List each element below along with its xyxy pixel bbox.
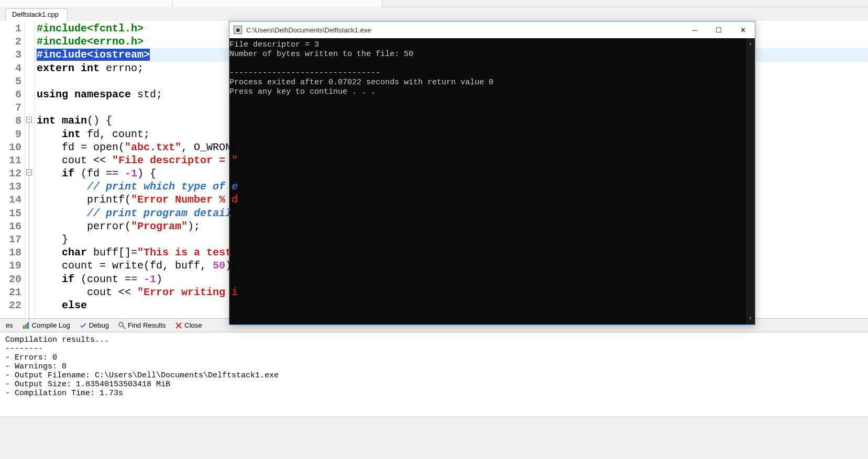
line-number: 1 [0, 22, 25, 35]
comment: // print which type of e [87, 181, 238, 193]
console-scrollbar[interactable]: ▴ ▾ [746, 38, 755, 324]
line-number: 22 [0, 299, 25, 312]
keyword: using [37, 88, 68, 100]
scroll-down-icon[interactable]: ▾ [749, 314, 752, 323]
indent [37, 141, 62, 153]
line-number: 9 [0, 128, 25, 141]
line-number: 16 [0, 220, 25, 233]
svg-rect-2 [27, 322, 29, 329]
line-number-gutter: 1 2 3 4 5 6 7 8 9 10 11 12 13 14 15 16 1… [0, 21, 25, 318]
string: "abc.txt" [125, 141, 181, 153]
code-text: printf( [87, 194, 131, 206]
code-text: ) { [137, 167, 156, 180]
line-number: 4 [0, 62, 25, 75]
close-button[interactable]: ✕ [731, 21, 755, 38]
tab-label: Close [184, 321, 202, 329]
console-titlebar[interactable]: ▣ C:\Users\Dell\Documents\Delftstack1.ex… [229, 21, 755, 38]
tab-close[interactable]: Close [170, 319, 206, 331]
barchart-icon [23, 322, 30, 329]
fold-toggle-icon[interactable]: − [26, 170, 32, 175]
line-number: 20 [0, 273, 25, 286]
line-number: 18 [0, 246, 25, 259]
code-text: fd, count; [81, 128, 150, 140]
minimize-button[interactable]: ─ [683, 21, 707, 38]
top-toolbar-stub [0, 0, 868, 7]
compile-time: - Compilation Time: 1.73s [5, 389, 123, 398]
compile-sep: -------- [5, 344, 43, 353]
scroll-up-icon[interactable]: ▴ [749, 39, 752, 49]
console-output[interactable]: File descriptor = 3 Number of bytes writ… [229, 38, 755, 324]
tab-label: Find Results [128, 321, 166, 329]
preproc: #include<errno.h> [37, 36, 144, 48]
svg-rect-0 [23, 326, 25, 329]
tab-find-results[interactable]: Find Results [114, 319, 170, 331]
config-dropdown-stub[interactable] [173, 0, 382, 7]
console-line: Process exited after 0.07022 seconds wit… [229, 78, 493, 87]
code-text: buff[]= [87, 247, 137, 259]
indent [37, 273, 62, 285]
identifier: std [131, 88, 156, 100]
code-text: ) [156, 273, 162, 285]
line-number: 10 [0, 141, 25, 154]
line-number: 7 [0, 101, 25, 114]
punct: () [87, 115, 100, 127]
fold-toggle-icon[interactable]: − [26, 117, 32, 122]
maximize-button[interactable]: ☐ [707, 21, 731, 38]
status-bar-stub [0, 417, 868, 424]
code-text: , O_WRONL [181, 141, 238, 153]
string: "Error Number % d [131, 194, 238, 206]
code-text: perror( [87, 220, 131, 232]
punct: { [100, 115, 112, 127]
preproc: #include<fcntl.h> [37, 23, 144, 35]
identifier: errno [100, 62, 137, 74]
line-number: 6 [0, 88, 25, 101]
tab-label: Debug [89, 321, 109, 329]
indent [37, 233, 62, 245]
code-text: cout << [62, 154, 112, 166]
indent [37, 194, 87, 206]
line-number: 17 [0, 233, 25, 246]
compiler-dropdown-stub[interactable] [0, 0, 173, 7]
file-tab-bar: Delftstack1.cpp [0, 7, 868, 21]
compile-output-filename: - Output Filename: C:\Users\Dell\Documen… [5, 371, 279, 380]
fold-guide [29, 122, 29, 321]
keyword: else [62, 299, 87, 311]
indent [37, 260, 62, 272]
punct: ; [156, 88, 162, 100]
code-text: cout << [87, 286, 137, 298]
string: "Program" [131, 220, 188, 232]
punct: ; [137, 62, 144, 74]
keyword: int [81, 62, 100, 74]
indent [37, 167, 62, 180]
console-title: C:\Users\Dell\Documents\Delftstack1.exe [246, 26, 683, 34]
compile-header: Compilation results... [5, 335, 109, 344]
svg-rect-1 [25, 324, 27, 329]
console-app-icon: ▣ [234, 26, 242, 34]
tab-resources-clipped[interactable]: es [1, 319, 18, 331]
comment: // print program detail [87, 207, 232, 219]
code-text: (count == [74, 273, 144, 285]
compile-warnings: - Warnings: 0 [5, 362, 67, 371]
indent [37, 207, 87, 219]
check-icon [80, 322, 87, 329]
file-tab-active[interactable]: Delftstack1.cpp [5, 8, 68, 21]
tab-compile-log[interactable]: Compile Log [18, 319, 75, 331]
tab-debug[interactable]: Debug [75, 319, 114, 331]
fold-column: − − [25, 21, 35, 318]
string: "Error writing i [137, 286, 238, 298]
code-text: ); [188, 220, 200, 232]
keyword: int [37, 115, 56, 127]
line-number: 2 [0, 35, 25, 48]
preproc-selected: #include<iostream> [37, 49, 150, 61]
function-name: main [56, 115, 87, 127]
keyword: int [62, 128, 81, 140]
indent [37, 128, 62, 140]
line-number: 5 [0, 75, 25, 88]
indent [37, 299, 62, 311]
compile-log-panel[interactable]: Compilation results... -------- - Errors… [0, 332, 868, 417]
svg-line-4 [123, 326, 125, 329]
code-text: (fd == [74, 167, 125, 180]
code-text: count = write(fd, buff, [62, 260, 213, 272]
line-number: 14 [0, 193, 25, 206]
indent [37, 286, 87, 298]
